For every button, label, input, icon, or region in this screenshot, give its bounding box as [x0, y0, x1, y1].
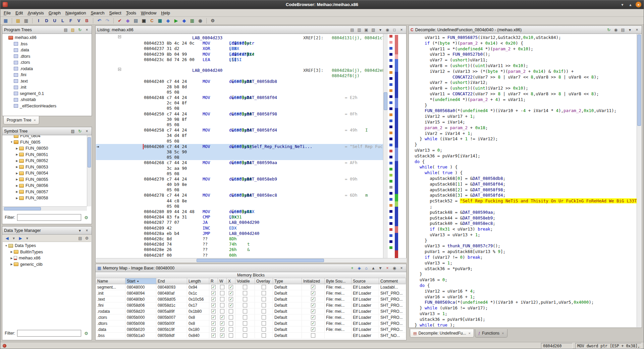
expander-icon[interactable]: ▼ [9, 141, 14, 144]
overview-marker[interactable] [389, 113, 392, 116]
listing-row[interactable]: 2c 04 8f [96, 100, 383, 106]
overview-segment[interactable] [395, 108, 398, 148]
tree-item-.data[interactable]: .data [3, 47, 91, 53]
checkbox[interactable]: ✓ [311, 321, 315, 326]
expander-icon[interactable]: ▶ [9, 263, 14, 266]
decompiler-line[interactable]: pcStack52 = "Self Rep Fucking NeTiS and … [415, 198, 637, 204]
overview-marker[interactable] [389, 132, 392, 134]
menu-analysis[interactable]: Analysis [25, 10, 46, 16]
checkbox[interactable] [243, 333, 247, 338]
listing-row[interactable]: 3c aa 90 [96, 166, 383, 171]
decompiler-line[interactable]: iVar12 = (uVar13 >> (*(byte *)(param_2 +… [415, 69, 637, 74]
checkbox[interactable]: ✓ [229, 285, 233, 289]
column-header-w[interactable]: W [218, 278, 227, 284]
checkbox[interactable]: ✓ [311, 285, 315, 289]
tree-item-FUN_08054[interactable]: ▶FUN_08054 [3, 170, 87, 177]
decompiler-line[interactable]: iVar15 = iVar14; [415, 119, 637, 125]
overview-segment[interactable] [395, 226, 398, 233]
next-undefined-icon[interactable]: U [51, 17, 58, 24]
delete-block-icon[interactable]: × [384, 265, 390, 271]
overview-marker[interactable] [389, 192, 392, 195]
decompiler-line[interactable]: apuStack68[1] = &DAT_08058f04; [415, 182, 637, 187]
copy-icon[interactable]: ▤ [620, 27, 626, 33]
close-icon[interactable]: × [502, 331, 504, 335]
checkbox[interactable] [262, 285, 266, 289]
listing-row[interactable]: 0804d268c7 44 24MOVdword ptr [ESP + 0x3c… [96, 160, 383, 165]
overview-marker[interactable] [389, 119, 392, 122]
close-icon[interactable]: × [84, 228, 90, 234]
open-folder-icon[interactable]: ▨ [70, 27, 76, 33]
decompiler-line[interactable]: apuStack68[2] = &DAT_08058f98; [415, 187, 637, 193]
refresh-icon[interactable]: ↻ [77, 27, 83, 33]
overview-marker[interactable] [389, 107, 392, 110]
overview-marker[interactable] [389, 228, 392, 231]
checkbox[interactable]: ✓ [220, 321, 224, 326]
decompiler-line[interactable]: FUN_080568a0(*(undefined4 *)(iVar10 + -4… [415, 108, 637, 114]
listing-header[interactable]: Listing: meihao.x86 ▤▥▣▧▾◉□× [96, 26, 406, 34]
checkbox[interactable] [262, 303, 266, 307]
expand-up-icon[interactable]: ▲ [370, 265, 376, 271]
overview-segment[interactable] [395, 207, 398, 226]
decompiler-line[interactable]: uVar13 = FUN_080527b0(); [415, 52, 637, 57]
cursor-tracking-icon[interactable]: ▣ [363, 27, 369, 33]
listing-row[interactable]: →0804d260c7 44 24MOVdword ptr [ESP + 0x3… [96, 144, 383, 149]
listing-label-row[interactable]: LAB_0804d240XREF[3]:0804d28a(j), 0804d2e… [96, 68, 383, 73]
checkbox[interactable]: ✓ [211, 333, 216, 338]
program-trees-header[interactable]: Program Trees ▤▨↻× [2, 26, 92, 34]
tree-item-FUN_0805[interactable]: ▼FUN_0805 [3, 139, 87, 146]
memory-block-row[interactable]: .fini08058d0608058d1c0x17✓✓Default✓File:… [96, 302, 406, 308]
memory-block-row[interactable]: .text080480b008058d050x10c56✓✓Default✓Fi… [96, 296, 406, 302]
redo-icon[interactable]: ↷ [104, 17, 111, 24]
checkbox[interactable] [262, 333, 266, 338]
checkbox[interactable] [262, 291, 266, 295]
next-label-icon[interactable]: L [59, 17, 66, 24]
overview-marker[interactable] [389, 35, 392, 38]
decompiler-line[interactable]: *(undefined4 *)(param_2 + 4) = uVar11; [415, 97, 637, 103]
overview-marker[interactable] [389, 101, 392, 104]
decompiler-line[interactable]: while( true ) { [415, 164, 637, 170]
add-block-icon[interactable]: + [349, 265, 355, 271]
listing-row[interactable]: 0804d28089 44 24 48MOVdword ptr [ESP + 0… [96, 209, 383, 214]
maximize-icon[interactable]: □ [391, 27, 397, 33]
checkbox[interactable] [243, 297, 247, 301]
overview-marker[interactable] [389, 83, 392, 86]
listing-row[interactable]: 05 08 [96, 139, 383, 144]
checkbox[interactable]: ✓ [220, 327, 224, 332]
filter-gear-icon[interactable]: ⚙ [84, 235, 90, 241]
checkbox[interactable] [243, 303, 247, 307]
decompiler-line[interactable]: } while (iVar14 + 1 != iVar12); [415, 136, 637, 142]
menu-icon[interactable]: ▾ [377, 27, 383, 33]
next-instruction-icon[interactable]: I [35, 17, 42, 24]
column-header-source[interactable]: Source [352, 278, 379, 284]
memory-block-row[interactable]: .dtors0805b0080805b00f0x8✓✓Default✓File:… [96, 320, 406, 327]
overview-marker[interactable] [389, 126, 392, 128]
tree-item-.shstrtab[interactable]: .shstrtab [3, 97, 91, 103]
listing-vscrollbar[interactable] [383, 34, 388, 258]
decompiler-line[interactable]: } [415, 271, 637, 277]
overview-marker[interactable] [389, 59, 392, 62]
tree-item-.text[interactable]: .text [3, 78, 91, 85]
decompiler-line[interactable]: } [415, 103, 637, 108]
decompiler-line[interactable]: if (0x31 < uVar13) break; [415, 227, 637, 232]
close-icon[interactable]: × [84, 128, 90, 134]
decompiler-line[interactable]: } [415, 142, 637, 148]
checkbox[interactable] [243, 321, 247, 326]
checkbox[interactable] [243, 327, 247, 332]
listing-row[interactable]: 05 08 [96, 187, 383, 193]
scrollbar-thumb[interactable] [637, 35, 641, 126]
forward-menu-icon[interactable]: ▾ [24, 235, 30, 241]
overview-marker[interactable] [389, 234, 392, 237]
filter-options-icon[interactable]: ⚙ [83, 214, 89, 220]
new-tree-icon[interactable]: ▤ [63, 27, 69, 33]
memory-block-row[interactable]: .init08048094080480af0x1c✓✓Default✓File:… [96, 290, 406, 296]
snapshot-icon[interactable]: ◉ [613, 27, 619, 33]
listing-row[interactable]: 0804d28c8d??8Dh [96, 236, 383, 242]
tree-item-meihao.x86[interactable]: ▶meihao.x86 [3, 255, 91, 261]
decompiler-line[interactable]: puStack48 = &DAT_080590aa; [415, 210, 637, 215]
tree-item-FUN_08056[interactable]: ▶FUN_08056 [3, 183, 87, 189]
decompiler-line[interactable]: } [415, 238, 637, 244]
listing-row[interactable]: 28 b8 8d [96, 84, 383, 90]
decompiler-line[interactable]: } while (uVar16 != uVar17); [415, 305, 637, 311]
undo-icon[interactable]: ↶ [96, 17, 103, 24]
decompiler-line[interactable]: uVar13 = 1; [415, 311, 637, 317]
